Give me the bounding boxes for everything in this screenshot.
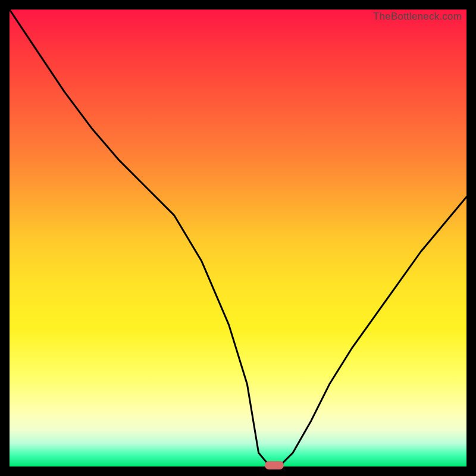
chart-frame: TheBottleneck.com	[0, 0, 476, 476]
bottleneck-curve	[10, 10, 466, 466]
plot-area: TheBottleneck.com	[10, 10, 466, 466]
optimal-marker	[265, 461, 284, 469]
